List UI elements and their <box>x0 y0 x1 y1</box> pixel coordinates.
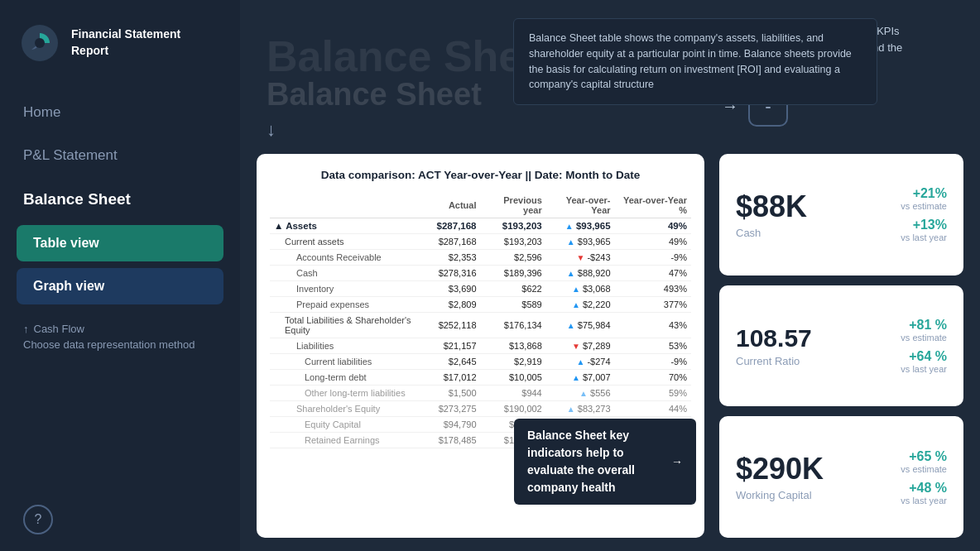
help-button[interactable]: ? <box>23 505 53 534</box>
kpi-stat-lastyear-ratio: +64 % vs last year <box>901 349 947 374</box>
row-yoy: ▲ $88,920 <box>546 266 615 281</box>
row-label: Shareholder's Equity <box>270 401 433 417</box>
table-row: Current assets $287,168 $193,203 ▲ $93,9… <box>270 234 691 250</box>
row-label: Equity Capital <box>270 417 433 433</box>
row-prev: $176,134 <box>481 313 546 338</box>
kpi-label-ratio: Current Ratio <box>736 355 800 367</box>
kpi-stat-label-estimate-cash: vs estimate <box>901 201 947 211</box>
sidebar-item-graph-view[interactable]: Graph view <box>17 268 223 304</box>
row-prev: $622 <box>481 281 546 297</box>
row-yoy: ▲ $7,007 <box>546 370 615 386</box>
row-yoy: ▲ $75,984 <box>546 313 615 338</box>
col-header-label <box>270 193 433 218</box>
row-prev: $589 <box>481 297 546 313</box>
sidebar-item-balance[interactable]: Balance Sheet <box>0 177 240 222</box>
col-header-actual: Actual <box>433 193 481 218</box>
sidebar-nav: Home P&L Statement Balance Sheet Table v… <box>0 83 240 488</box>
row-label: ▲ Assets <box>270 218 433 234</box>
table-row: Accounts Receivable $2,353 $2,596 ▼ -$24… <box>270 250 691 266</box>
row-actual: $252,118 <box>433 313 481 338</box>
row-actual: $21,157 <box>433 338 481 354</box>
kpi-stat-value-lastyear-cash: +13% <box>913 218 947 232</box>
row-label: Inventory <box>270 281 433 297</box>
kpi-card-working-capital: $290K Working Capital +65 % vs estimate … <box>719 416 963 538</box>
row-actual: $2,809 <box>433 297 481 313</box>
cash-flow-label: Cash Flow <box>34 323 84 335</box>
row-actual: $2,645 <box>433 354 481 370</box>
table-row: Current liabilities $2,645 $2,919 ▲ -$27… <box>270 354 691 370</box>
row-yoy-pct: 49% <box>615 234 691 250</box>
kpi-label-cash: Cash <box>736 227 761 239</box>
row-yoy: ▲ $93,965 <box>546 234 615 250</box>
col-header-yoy: Year-over-Year <box>546 193 615 218</box>
row-actual: $1,500 <box>433 386 481 401</box>
row-label: Long-term debt <box>270 370 433 386</box>
sidebar-item-home[interactable]: Home <box>0 91 240 134</box>
table-row: Shareholder's Equity $273,275 $190,002 ▲… <box>270 401 691 417</box>
row-prev: $193,203 <box>481 234 546 250</box>
row-yoy-pct: 43% <box>615 313 691 338</box>
row-prev: $190,002 <box>481 401 546 417</box>
table-row: Inventory $3,690 $622 ▲ $3,068 493% <box>270 281 691 297</box>
svg-point-1 <box>35 38 45 48</box>
arrow-up-icon: ↑ <box>23 323 29 335</box>
data-rep-section: ↑ Cash Flow Choose data representation m… <box>0 308 240 359</box>
app-title: Financial Statement Report <box>71 26 220 59</box>
balance-sheet-table: Actual Previous year Year-over-Year Year… <box>270 193 691 448</box>
kpi-stat-value-estimate-wc: +65 % <box>909 449 947 464</box>
kpi-card-cash: $88K Cash +21% vs estimate +13% vs last … <box>719 154 963 276</box>
row-actual: $287,168 <box>433 234 481 250</box>
kpi-stats-ratio: +81 % vs estimate +64 % vs last year <box>901 318 947 374</box>
logo-area: Financial Statement Report <box>0 0 240 83</box>
logo-text: Financial Statement Report <box>71 26 220 59</box>
sidebar-item-table-view[interactable]: Table view <box>17 225 223 261</box>
row-label: Current liabilities <box>270 354 433 370</box>
row-actual: $94,790 <box>433 417 481 433</box>
kpi-value-cash: $88K <box>736 190 807 223</box>
row-label: Other long-term liabilities <box>270 386 433 401</box>
tooltip-arrow-row: Balance Sheet key indicators help to eva… <box>527 427 683 496</box>
kpi-main-cash: $88K Cash <box>736 190 807 239</box>
row-actual: $3,690 <box>433 281 481 297</box>
row-yoy-pct: 493% <box>615 281 691 297</box>
row-prev: $13,868 <box>481 338 546 354</box>
bottom-tooltip: Balance Sheet key indicators help to eva… <box>514 419 696 505</box>
bottom-tooltip-text: Balance Sheet key indicators help to eva… <box>527 427 665 496</box>
kpi-value-wc: $290K <box>736 453 824 486</box>
row-yoy: ▲ $556 <box>546 386 615 401</box>
row-actual: $287,168 <box>433 218 481 234</box>
question-mark-icon: ? <box>35 512 42 527</box>
kpi-stat-label-lastyear-cash: vs last year <box>901 232 947 242</box>
kpi-stat-lastyear-wc: +48 % vs last year <box>901 481 947 505</box>
row-yoy-pct: 49% <box>615 218 691 234</box>
row-label: Retained Earnings <box>270 433 433 448</box>
row-yoy-pct: 59% <box>615 386 691 401</box>
row-actual: $2,353 <box>433 250 481 266</box>
cash-flow-nav[interactable]: ↑ Cash Flow <box>23 323 217 335</box>
row-yoy-pct: 47% <box>615 266 691 281</box>
table-row: ▲ Assets $287,168 $193,203 ▲ $93,965 49% <box>270 218 691 234</box>
col-header-yoy-pct: Year-over-Year % <box>615 193 691 218</box>
kpi-stat-label-lastyear-ratio: vs last year <box>901 364 947 374</box>
row-yoy-pct: 70% <box>615 370 691 386</box>
main-content: Balance Sheet Balance Sheet ↓ Balance Sh… <box>240 0 980 551</box>
row-prev: $944 <box>481 386 546 401</box>
table-row: Prepaid expenses $2,809 $589 ▲ $2,220 37… <box>270 297 691 313</box>
kpi-stat-label-lastyear-wc: vs last year <box>901 496 947 505</box>
top-section: Balance Sheet Balance Sheet ↓ Balance Sh… <box>240 0 980 154</box>
table-row: Cash $278,316 $189,396 ▲ $88,920 47% <box>270 266 691 281</box>
row-prev: $193,203 <box>481 218 546 234</box>
row-actual: $17,012 <box>433 370 481 386</box>
sidebar-item-pl[interactable]: P&L Statement <box>0 134 240 177</box>
kpi-panel: $88K Cash +21% vs estimate +13% vs last … <box>719 154 963 538</box>
row-yoy-pct: -9% <box>615 250 691 266</box>
sidebar: Financial Statement Report Home P&L Stat… <box>0 0 240 551</box>
kpi-main-wc: $290K Working Capital <box>736 453 824 501</box>
kpi-main-ratio: 108.57 Current Ratio <box>736 324 812 367</box>
table-row: Total Liabilities & Shareholder's Equity… <box>270 313 691 338</box>
table-title: Data comparison: ACT Year-over-Year || D… <box>270 169 691 181</box>
row-actual: $278,316 <box>433 266 481 281</box>
kpi-stat-value-estimate-ratio: +81 % <box>909 318 947 333</box>
kpi-stat-value-estimate-cash: +21% <box>913 186 947 201</box>
description-tooltip: Balance Sheet table shows the company's … <box>513 18 877 105</box>
